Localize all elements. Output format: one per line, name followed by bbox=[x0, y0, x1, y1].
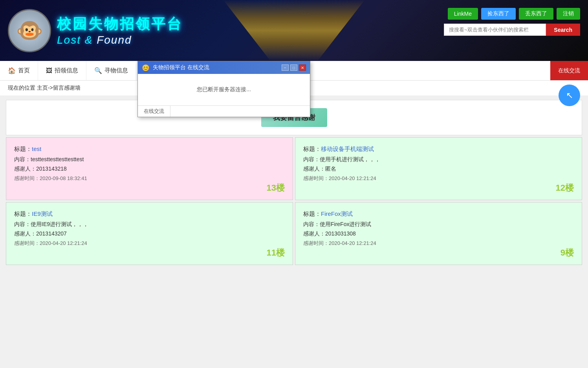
logo-area: 🐵 校园失物招领平台 Lost & Found bbox=[8, 9, 183, 52]
card-title-link[interactable]: 移动设备手机端测试 bbox=[321, 145, 374, 152]
card-floor: 9楼 bbox=[561, 247, 574, 259]
chat-status-text: 您已断开服务器连接... bbox=[197, 86, 251, 93]
card-title: 标题：IE9测试 bbox=[14, 210, 285, 218]
card-content: 内容：使用手机进行测试，，， bbox=[303, 156, 574, 163]
card-thanks: 感谢人：匿名 bbox=[303, 166, 574, 173]
chat-emoji-icon: 😊 bbox=[142, 64, 150, 72]
card-title: 标题：FireFox测试 bbox=[303, 210, 574, 218]
table-row: 标题：IE9测试 内容：使用IE9进行测试，，， 感谢人：2013143207 … bbox=[6, 202, 293, 265]
logo-chinese: 校园失物招领平台 bbox=[57, 15, 183, 34]
card-content: 内容：使用IE9进行测试，，， bbox=[14, 221, 285, 228]
chat-controls: − □ ✕ bbox=[282, 64, 306, 71]
nav-found[interactable]: 🖼 招领信息 bbox=[38, 61, 86, 80]
found-icon: 🖼 bbox=[46, 67, 52, 74]
nav-found-label: 招领信息 bbox=[55, 67, 78, 74]
nav-home[interactable]: 🏠 首页 bbox=[0, 61, 38, 80]
card-thanks: 感谢人：2013031308 bbox=[303, 230, 574, 237]
chat-maximize-button[interactable]: □ bbox=[290, 64, 297, 71]
card-title-link[interactable]: IE9测试 bbox=[32, 210, 53, 217]
logo-text: 校园失物招领平台 Lost & Found bbox=[57, 15, 183, 46]
card-content: 内容：使用FireFox进行测试 bbox=[303, 221, 574, 228]
chat-close-button[interactable]: ✕ bbox=[299, 64, 306, 71]
chat-tabs: 在线交流 bbox=[138, 105, 310, 117]
header-buttons: LinkMe 捡东西了 丢东西了 注销 bbox=[448, 8, 580, 20]
monkey-icon: 🐵 bbox=[16, 20, 43, 41]
chat-title-left: 😊 失物招领平台 在线交流 bbox=[142, 64, 209, 72]
logo-english: Lost & Found bbox=[57, 34, 183, 46]
card-floor: 11楼 bbox=[267, 247, 285, 259]
card-content: 内容：testtesttesttesttesttest bbox=[14, 156, 285, 163]
card-title-link[interactable]: FireFox测试 bbox=[321, 210, 353, 217]
nav-lost[interactable]: 🔍 寻物信息 bbox=[86, 61, 136, 80]
logout-button[interactable]: 注销 bbox=[557, 8, 580, 20]
chat-body: 您已断开服务器连接... bbox=[138, 74, 310, 105]
search-input[interactable] bbox=[444, 24, 546, 36]
card-thanks: 感谢人：2013143218 bbox=[14, 166, 285, 173]
card-title: 标题：test bbox=[14, 145, 285, 153]
linkme-button[interactable]: LinkMe bbox=[448, 8, 478, 20]
table-row: 标题：移动设备手机端测试 内容：使用手机进行测试，，， 感谢人：匿名 感谢时间：… bbox=[295, 137, 582, 200]
card-time: 感谢时间：2020-04-20 12:21:24 bbox=[303, 175, 574, 182]
card-time: 感谢时间：2020-09-08 18:32:41 bbox=[14, 175, 285, 182]
search-button[interactable]: Search bbox=[546, 24, 580, 36]
main-content: 我要留言感谢 标题：test 内容：testtesttesttesttestte… bbox=[0, 96, 588, 269]
search-area: Search bbox=[444, 24, 580, 36]
card-time: 感谢时间：2020-04-20 12:21:24 bbox=[303, 240, 574, 247]
table-row: 标题：test 内容：testtesttesttesttesttest 感谢人：… bbox=[6, 137, 293, 200]
card-title-link[interactable]: test bbox=[32, 145, 41, 152]
table-row: 标题：FireFox测试 内容：使用FireFox进行测试 感谢人：201303… bbox=[295, 202, 582, 265]
online-chat-button[interactable]: 在线交流 bbox=[550, 61, 588, 80]
card-title: 标题：移动设备手机端测试 bbox=[303, 145, 574, 153]
chat-tab-exchange[interactable]: 在线交流 bbox=[138, 106, 170, 117]
chat-title-text: 失物招领平台 在线交流 bbox=[153, 64, 209, 71]
nav-home-label: 首页 bbox=[18, 67, 30, 74]
header-right: LinkMe 捡东西了 丢东西了 注销 Search bbox=[444, 8, 580, 36]
chat-minimize-button[interactable]: − bbox=[282, 64, 289, 71]
lost-icon: 🔍 bbox=[94, 67, 102, 74]
lost-item-button[interactable]: 丢东西了 bbox=[519, 8, 553, 20]
breadcrumb: 现在的位置 主页->留言感谢墙 bbox=[8, 85, 81, 92]
chat-window: 😊 失物招领平台 在线交流 − □ ✕ 您已断开服务器连接... 在线交流 bbox=[137, 61, 310, 117]
pick-up-button[interactable]: 捡东西了 bbox=[481, 8, 516, 20]
chat-titlebar: 😊 失物招领平台 在线交流 − □ ✕ bbox=[138, 61, 310, 74]
card-time: 感谢时间：2020-04-20 12:21:24 bbox=[14, 240, 285, 247]
scroll-top-button[interactable] bbox=[559, 85, 580, 106]
card-floor: 13楼 bbox=[267, 182, 285, 194]
nav-lost-label: 寻物信息 bbox=[104, 67, 128, 74]
header: 🐵 校园失物招领平台 Lost & Found LinkMe 捡东西了 丢东西了… bbox=[0, 0, 588, 61]
logo-icon: 🐵 bbox=[8, 9, 51, 52]
home-icon: 🏠 bbox=[8, 67, 16, 74]
card-floor: 12楼 bbox=[556, 182, 574, 194]
card-thanks: 感谢人：2013143207 bbox=[14, 230, 285, 237]
cards-grid: 标题：test 内容：testtesttesttesttesttest 感谢人：… bbox=[6, 137, 582, 265]
